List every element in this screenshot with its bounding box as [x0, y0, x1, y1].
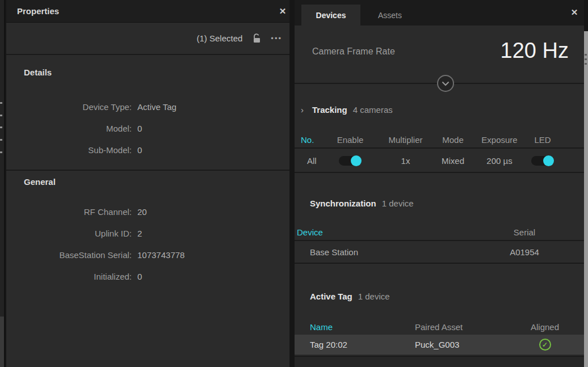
tag-row-name: Tag 20:02 — [310, 340, 415, 349]
property-row: Model: 0 — [6, 121, 289, 135]
property-label: BaseStation Serial: — [24, 250, 132, 260]
tracking-subtitle: 4 cameras — [353, 105, 393, 115]
unlock-icon[interactable] — [252, 33, 261, 44]
divider — [295, 147, 584, 149]
camera-frame-rate-value[interactable]: 120 Hz — [501, 39, 569, 63]
divider — [295, 172, 584, 173]
property-row: Initialized: 0 — [6, 269, 289, 283]
section-title-general: General — [24, 175, 56, 188]
active-tag-section-header: Active Tag 1 device — [295, 289, 584, 303]
sync-table-row[interactable]: Base Station A01954 — [295, 241, 584, 263]
divider — [6, 54, 289, 55]
column-header-paired-asset[interactable]: Paired Asset — [415, 322, 511, 332]
section-title-details: Details — [24, 65, 52, 79]
tracking-row-exposure[interactable]: 200 µs — [473, 156, 526, 166]
column-header-device[interactable]: Device — [295, 227, 476, 237]
property-row: Sub-Model: 0 — [6, 143, 289, 157]
property-label: Model: — [24, 124, 132, 133]
devices-tabbar: Devices Assets ✕ — [295, 0, 584, 26]
toggle-knob — [543, 155, 554, 166]
active-tag-table-row[interactable]: Tag 20:02 Puck_G003 ✓ — [295, 335, 584, 355]
column-header-serial[interactable]: Serial — [476, 227, 573, 237]
property-value[interactable]: 1073743778 — [137, 250, 184, 260]
property-row: Uplink ID: 2 — [6, 226, 289, 240]
synchronization-subtitle: 1 device — [382, 199, 414, 208]
collapse-chevron-icon[interactable] — [437, 75, 454, 92]
property-value[interactable]: 2 — [137, 229, 142, 238]
divider — [6, 170, 289, 171]
tracking-table-row: All 1x Mixed 200 µs — [295, 149, 584, 172]
tracking-title: Tracking — [312, 105, 347, 115]
property-value[interactable]: 0 — [137, 272, 142, 281]
property-label: RF Channel: — [24, 207, 132, 217]
active-tag-subtitle: 1 device — [358, 292, 390, 301]
expander-chevron-icon[interactable]: › — [301, 105, 304, 115]
enable-toggle-cell — [322, 155, 379, 166]
tag-row-paired-asset: Puck_G003 — [415, 340, 511, 349]
column-header-enable[interactable]: Enable — [322, 135, 379, 145]
property-value[interactable]: Active Tag — [137, 102, 177, 112]
active-tag-title: Active Tag — [310, 292, 352, 301]
led-toggle-cell — [526, 155, 560, 166]
property-row: BaseStation Serial: 1073743778 — [6, 248, 289, 261]
tracking-section-header[interactable]: › Tracking 4 cameras — [295, 102, 584, 117]
left-edge-panel-sliver — [0, 0, 5, 367]
column-header-exposure[interactable]: Exposure — [473, 135, 526, 145]
led-toggle[interactable] — [531, 156, 554, 166]
synchronization-title: Synchronization — [310, 199, 376, 208]
sync-table-header: Device Serial — [295, 225, 584, 239]
enable-toggle[interactable] — [339, 156, 362, 166]
property-value[interactable]: 0 — [137, 145, 142, 155]
property-label: Uplink ID: — [24, 229, 132, 238]
column-header-aligned[interactable]: Aligned — [511, 322, 584, 332]
property-value[interactable]: 20 — [137, 207, 147, 217]
splitter-grip-mark — [585, 54, 587, 56]
divider — [295, 263, 584, 264]
tracking-row-multiplier[interactable]: 1x — [379, 156, 432, 166]
column-header-name[interactable]: Name — [310, 322, 415, 332]
sliver-mark — [0, 151, 2, 153]
panel-footer-area — [295, 356, 584, 367]
tracking-table-header: No. Enable Multiplier Mode Exposure LED — [295, 132, 584, 147]
sliver-mark — [0, 115, 2, 116]
properties-panel: Properties ✕ (1) Selected ••• Details De… — [6, 0, 289, 367]
properties-toolbar: (1) Selected ••• — [6, 23, 289, 54]
splitter-grip-mark — [585, 63, 587, 65]
property-label: Initialized: — [24, 272, 132, 281]
sync-row-device: Base Station — [295, 247, 476, 257]
sliver-mark — [0, 126, 2, 128]
active-tag-table-header: Name Paired Asset Aligned — [295, 319, 584, 334]
aligned-cell: ✓ — [511, 339, 584, 351]
app-window: Properties ✕ (1) Selected ••• Details De… — [0, 0, 588, 367]
property-row: Device Type: Active Tag — [6, 100, 289, 113]
more-options-icon[interactable]: ••• — [271, 34, 282, 43]
selected-count-label: (1) Selected — [196, 33, 242, 43]
sliver-mark — [0, 102, 2, 104]
property-label: Sub-Model: — [24, 145, 132, 155]
column-header-no[interactable]: No. — [295, 135, 322, 145]
toggle-knob — [351, 155, 362, 166]
tracking-row-mode[interactable]: Mixed — [432, 156, 473, 166]
sync-row-serial: A01954 — [476, 247, 573, 257]
column-header-multiplier[interactable]: Multiplier — [379, 135, 432, 145]
close-icon[interactable]: ✕ — [566, 1, 583, 24]
tab-assets[interactable]: Assets — [360, 5, 419, 26]
synchronization-section-header: Synchronization 1 device — [295, 196, 584, 210]
tab-devices[interactable]: Devices — [301, 5, 360, 26]
tracking-row-no: All — [295, 156, 322, 166]
devices-panel: Devices Assets ✕ Camera Frame Rate 120 H… — [295, 0, 584, 367]
panel-splitter-handle[interactable] — [584, 31, 588, 367]
column-header-mode[interactable]: Mode — [432, 135, 473, 145]
column-header-led[interactable]: LED — [526, 135, 560, 145]
aligned-check-icon: ✓ — [539, 339, 551, 351]
property-label: Device Type: — [24, 102, 132, 112]
sliver-scroll-thumb[interactable] — [0, 317, 4, 367]
property-row: RF Channel: 20 — [6, 205, 289, 218]
properties-title: Properties — [6, 6, 59, 16]
camera-frame-rate-label: Camera Frame Rate — [312, 47, 395, 57]
close-icon[interactable]: ✕ — [274, 0, 289, 23]
property-value[interactable]: 0 — [137, 124, 142, 133]
splitter-grip-mark — [585, 58, 587, 60]
properties-titlebar[interactable]: Properties ✕ — [6, 0, 289, 23]
sliver-mark — [0, 139, 2, 141]
